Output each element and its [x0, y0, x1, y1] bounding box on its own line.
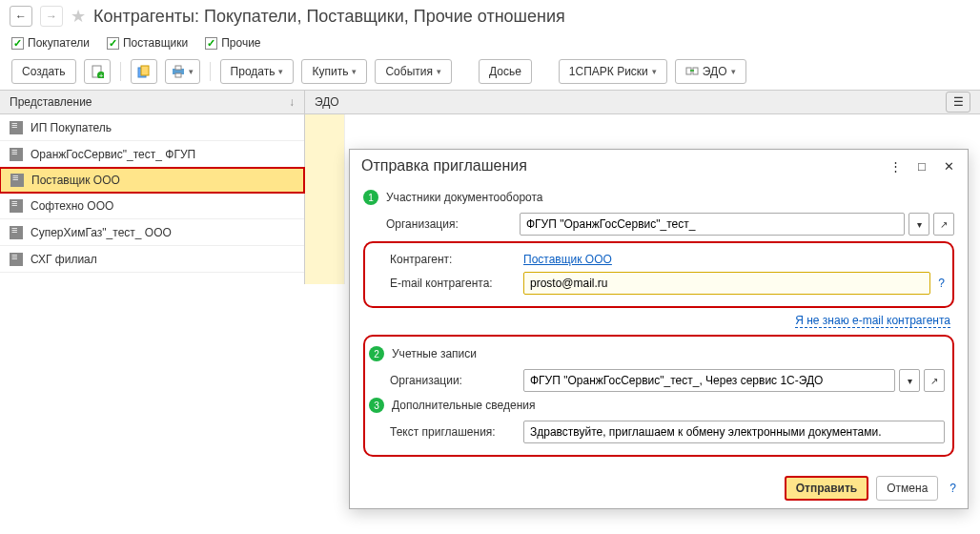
list-item[interactable]: СХГ филиал — [0, 246, 304, 273]
checkbox-buyers[interactable]: ✓ Покупатели — [11, 36, 90, 50]
cancel-button[interactable]: Отмена — [876, 476, 938, 501]
open-button[interactable]: ↗ — [924, 369, 945, 392]
step-3-title: Дополнительные сведения — [392, 399, 535, 412]
selection-highlight-strip — [305, 114, 345, 284]
column-representation[interactable]: Представление — [10, 95, 92, 109]
close-button[interactable]: ✕ — [941, 158, 956, 174]
column-settings-button[interactable]: ☰ — [946, 92, 970, 113]
spark-risks-button[interactable]: 1СПАРК Риски▾ — [559, 59, 667, 84]
list-item-label: СуперХимГаз"_тест_ ООО — [31, 226, 172, 239]
step-1-badge: 1 — [363, 190, 378, 205]
item-icon — [10, 121, 23, 134]
org-input[interactable] — [520, 213, 905, 236]
svg-rect-4 — [141, 66, 149, 75]
list-item-label: Софтехно ООО — [31, 199, 113, 213]
sell-button[interactable]: Продать▾ — [220, 59, 295, 84]
more-button[interactable]: ⋮ — [888, 158, 903, 174]
list-item-label: ОранжГосСервис"_тест_ ФГУП — [31, 148, 195, 161]
check-icon: ✓ — [11, 37, 24, 50]
toolbar: Создать + ▾ Продать▾ Купить▾ События▾ До… — [0, 53, 980, 90]
list-item-label: СХГ филиал — [31, 253, 97, 266]
printer-icon — [172, 65, 185, 78]
copy-button[interactable] — [131, 59, 157, 84]
copy-icon — [137, 65, 151, 78]
column-edo[interactable]: ЭДО — [315, 95, 339, 109]
email-label: E-mail контрагента: — [390, 277, 514, 290]
contractor-link[interactable]: Поставщик ООО — [523, 253, 612, 266]
buy-button[interactable]: Купить▾ — [301, 59, 367, 84]
invite-text-label: Текст приглашения: — [390, 425, 514, 439]
chevron-down-icon: ▾ — [352, 67, 357, 76]
dropdown-button[interactable]: ▾ — [899, 369, 920, 392]
maximize-button[interactable]: □ — [914, 158, 929, 174]
checkbox-suppliers[interactable]: ✓ Поставщики — [107, 36, 188, 50]
dropdown-button[interactable]: ▾ — [909, 213, 929, 236]
list-item-selected[interactable]: Поставщик ООО — [0, 167, 305, 194]
contractor-list: ИП Покупатель ОранжГосСервис"_тест_ ФГУП… — [0, 114, 305, 284]
checkbox-other-label: Прочие — [221, 36, 260, 50]
open-button[interactable]: ↗ — [933, 213, 954, 236]
chevron-down-icon: ▾ — [189, 67, 194, 76]
svg-rect-7 — [175, 73, 181, 77]
item-icon — [10, 253, 23, 266]
item-icon — [10, 148, 23, 161]
checkbox-other[interactable]: ✓ Прочие — [205, 36, 260, 50]
svg-rect-6 — [175, 66, 181, 70]
dialog-title: Отправка приглашения — [361, 157, 527, 175]
list-item-label: Поставщик ООО — [31, 174, 120, 187]
checkbox-buyers-label: Покупатели — [28, 36, 90, 50]
checkbox-suppliers-label: Поставщики — [123, 36, 188, 50]
dossier-button[interactable]: Досье — [479, 59, 532, 84]
sort-arrow-icon: ↓ — [289, 95, 295, 109]
check-icon: ✓ — [107, 37, 119, 50]
help-email-button[interactable]: ? — [938, 277, 945, 290]
edo-icon — [685, 66, 699, 77]
chevron-down-icon: ▾ — [437, 67, 441, 76]
list-item[interactable]: ОранжГосСервис"_тест_ ФГУП — [0, 141, 304, 168]
step-1-title: Участники документооборота — [386, 191, 543, 204]
unknown-email-link[interactable]: Я не знаю e-mail контрагента — [795, 314, 950, 328]
list-item[interactable]: СуперХимГаз"_тест_ ООО — [0, 219, 304, 246]
step-2-title: Учетные записи — [392, 347, 477, 360]
item-icon — [10, 226, 23, 239]
step-2-badge: 2 — [369, 346, 384, 361]
page-title: Контрагенты: Покупатели, Поставщики, Про… — [93, 7, 565, 27]
list-item[interactable]: Софтехно ООО — [0, 193, 304, 219]
accounts-label: Организации: — [390, 374, 514, 387]
send-button[interactable]: Отправить — [785, 476, 868, 501]
new-doc-button[interactable]: + — [84, 59, 111, 84]
accounts-input[interactable] — [523, 369, 895, 392]
item-icon — [10, 174, 24, 187]
email-input[interactable] — [523, 272, 930, 295]
chevron-down-icon: ▾ — [278, 67, 283, 76]
contractor-label: Контрагент: — [390, 253, 514, 266]
step-3-badge: 3 — [369, 398, 384, 413]
org-label: Организация: — [386, 217, 510, 231]
item-icon — [10, 199, 23, 213]
nav-forward-button[interactable]: → — [40, 6, 63, 27]
check-icon: ✓ — [205, 37, 217, 50]
chevron-down-icon: ▾ — [731, 67, 736, 76]
list-item[interactable]: ИП Покупатель — [0, 114, 304, 141]
invitation-dialog: Отправка приглашения ⋮ □ ✕ 1Участники до… — [349, 149, 969, 509]
star-icon[interactable]: ★ — [71, 6, 86, 27]
dialog-help-button[interactable]: ? — [949, 482, 956, 495]
create-button[interactable]: Создать — [11, 59, 76, 84]
print-button[interactable]: ▾ — [165, 59, 200, 84]
doc-plus-icon: + — [91, 65, 104, 78]
edo-button[interactable]: ЭДО▾ — [675, 59, 746, 84]
svg-text:+: + — [98, 72, 103, 78]
list-item-label: ИП Покупатель — [31, 121, 112, 134]
invite-text-input[interactable] — [523, 421, 945, 443]
events-button[interactable]: События▾ — [375, 59, 452, 84]
nav-back-button[interactable]: ← — [10, 6, 32, 27]
highlighted-section-1: Контрагент: Поставщик ООО E-mail контраг… — [363, 241, 954, 308]
highlighted-section-2: 2Учетные записи Организации: ▾ ↗ 3Дополн… — [363, 335, 954, 457]
chevron-down-icon: ▾ — [652, 67, 657, 76]
